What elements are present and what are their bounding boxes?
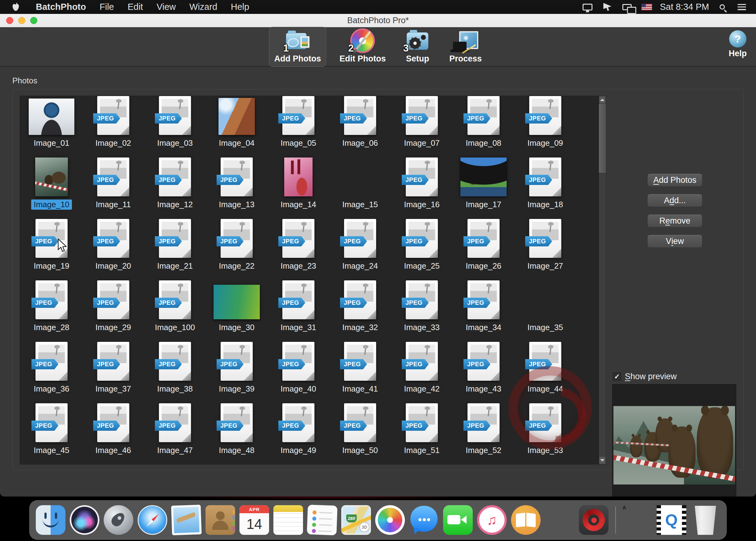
grid-item[interactable]: JPEGImage_12: [144, 158, 206, 219]
grid-item[interactable]: JPEGImage_28: [21, 280, 82, 342]
menu-file[interactable]: File: [93, 0, 121, 14]
input-language-flag-icon[interactable]: [640, 2, 653, 13]
grid-item[interactable]: JPEGImage_42: [391, 342, 453, 403]
grid-item[interactable]: Image_14: [268, 158, 329, 219]
dock-facetime-icon[interactable]: [443, 505, 473, 535]
grid-item[interactable]: Image_04: [206, 96, 268, 158]
display-status-icon[interactable]: [581, 2, 594, 13]
grid-item[interactable]: JPEGImage_31: [268, 280, 329, 342]
grid-item[interactable]: JPEGImage_11: [82, 158, 144, 219]
view-button[interactable]: View: [647, 235, 702, 248]
grid-item[interactable]: Image_17: [453, 158, 514, 219]
grid-item[interactable]: JPEGImage_16: [391, 158, 453, 219]
dock-launchpad-icon[interactable]: [104, 505, 133, 535]
dock-contacts-icon[interactable]: [205, 505, 235, 535]
dock-finder-icon[interactable]: [36, 505, 66, 535]
grid-item[interactable]: JPEGImage_22: [206, 219, 268, 280]
dock-reminders-icon[interactable]: [307, 505, 337, 535]
remove-button[interactable]: Remove: [647, 214, 702, 227]
grid-item[interactable]: JPEGImage_02: [82, 96, 144, 158]
grid-item[interactable]: JPEGImage_34: [453, 280, 514, 342]
displays-status-icon[interactable]: [620, 2, 634, 13]
grid-item[interactable]: JPEGImage_40: [268, 342, 329, 403]
menu-help[interactable]: Help: [224, 0, 256, 14]
grid-item[interactable]: JPEGImage_18: [514, 158, 576, 219]
dock-siri-icon[interactable]: [70, 505, 99, 535]
dock-mail-icon[interactable]: [171, 505, 201, 535]
help-button[interactable]: ? Help: [729, 30, 747, 58]
scroll-up-button[interactable]: [599, 96, 606, 104]
grid-item[interactable]: Image_30: [206, 280, 268, 342]
grid-item[interactable]: JPEGImage_51: [391, 403, 453, 465]
close-button[interactable]: [6, 17, 13, 24]
toolbar-process-button[interactable]: Process: [444, 27, 487, 67]
grid-item[interactable]: JPEGImage_13: [206, 158, 268, 219]
grid-item[interactable]: JPEGImage_08: [453, 96, 514, 158]
grid-item[interactable]: JPEGImage_06: [329, 96, 391, 158]
grid-item[interactable]: JPEGImage_43: [453, 342, 514, 403]
apple-menu-icon[interactable]: [11, 2, 21, 12]
grid-item[interactable]: JPEGImage_23: [268, 219, 329, 280]
spotlight-icon[interactable]: [715, 2, 729, 13]
menu-app[interactable]: BatchPhoto: [29, 0, 93, 14]
title-bar[interactable]: BatchPhoto Pro*: [0, 14, 756, 27]
dock-calendar-icon[interactable]: APR14: [239, 505, 269, 535]
grid-item[interactable]: JPEGImage_39: [206, 342, 268, 403]
show-preview-checkbox[interactable]: ✓ Show preview: [613, 372, 677, 381]
grid-item[interactable]: JPEGImage_07: [391, 96, 453, 158]
dock-quicktime-icon[interactable]: Q: [657, 505, 686, 535]
grid-item[interactable]: JPEGImage_19: [21, 219, 82, 280]
grid-item[interactable]: JPEGImage_47: [144, 403, 206, 465]
dock-app-store-icon[interactable]: A: [623, 505, 652, 535]
checkbox-checkmark-icon[interactable]: ✓: [613, 372, 621, 381]
add-photos-button[interactable]: Add Photos: [647, 174, 702, 187]
grid-item[interactable]: JPEGImage_41: [329, 342, 391, 403]
grid-item[interactable]: JPEGImage_26: [453, 219, 514, 280]
zoom-button[interactable]: [30, 17, 37, 24]
grid-item[interactable]: JPEGImage_03: [144, 96, 206, 158]
grid-item[interactable]: Image_10: [21, 158, 82, 219]
grid-item[interactable]: JPEGImage_25: [391, 219, 453, 280]
grid-item[interactable]: JPEGImage_36: [21, 342, 82, 403]
toolbar-edit-photos-button[interactable]: 2Edit Photos: [334, 27, 391, 67]
dock-batchphoto-icon[interactable]: [579, 505, 609, 535]
grid-item[interactable]: JPEGImage_33: [391, 280, 453, 342]
menu-wizard[interactable]: Wizard: [183, 0, 224, 14]
dock-itunes-icon[interactable]: ♫: [477, 505, 507, 535]
toolbar-setup-button[interactable]: 3Setup: [399, 27, 436, 67]
add-button[interactable]: Add...: [647, 194, 702, 207]
scrollbar-thumb[interactable]: [599, 104, 606, 173]
grid-item[interactable]: JPEGImage_46: [82, 403, 144, 465]
grid-item[interactable]: JPEGImage_38: [144, 342, 206, 403]
notification-center-icon[interactable]: [735, 2, 749, 13]
grid-item[interactable]: JPEGImage_05: [268, 96, 329, 158]
dock-messages-icon[interactable]: [409, 505, 439, 535]
grid-item[interactable]: JPEGImage_27: [514, 219, 576, 280]
grid-item[interactable]: JPEGImage_32: [329, 280, 391, 342]
menu-edit[interactable]: Edit: [121, 0, 150, 14]
dock-trash-icon[interactable]: [690, 505, 720, 535]
grid-item[interactable]: JPEGImage_21: [144, 219, 206, 280]
scroll-down-button[interactable]: [599, 456, 606, 464]
grid-item[interactable]: JPEGImage_09: [514, 96, 576, 158]
grid-item[interactable]: JPEGImage_29: [82, 280, 144, 342]
dock-system-preferences-icon[interactable]: [545, 505, 575, 535]
grid-item[interactable]: JPEGImage_49: [268, 403, 329, 465]
grid-item[interactable]: JPEGImage_37: [82, 342, 144, 403]
toolbar-add-photos-button[interactable]: 1Add Photos: [269, 27, 326, 67]
grid-item[interactable]: Image_15: [329, 158, 391, 219]
grid-item[interactable]: JPEGImage_24: [329, 219, 391, 280]
minimize-button[interactable]: [18, 17, 25, 24]
cursor-tool-status-icon[interactable]: [601, 2, 614, 13]
grid-scrollbar[interactable]: [599, 96, 606, 464]
menu-view[interactable]: View: [150, 0, 182, 14]
dock-safari-icon[interactable]: [137, 505, 167, 535]
dock-maps-icon[interactable]: 2803D: [341, 505, 371, 535]
grid-item[interactable]: JPEGImage_48: [206, 403, 268, 465]
grid-item[interactable]: JPEGImage_20: [82, 219, 144, 280]
dock-notes-icon[interactable]: [273, 505, 303, 535]
grid-item[interactable]: Image_35: [514, 280, 576, 342]
grid-item[interactable]: JPEGImage_100: [144, 280, 206, 342]
grid-item[interactable]: JPEGImage_50: [329, 403, 391, 465]
dock-ibooks-icon[interactable]: [511, 505, 541, 535]
